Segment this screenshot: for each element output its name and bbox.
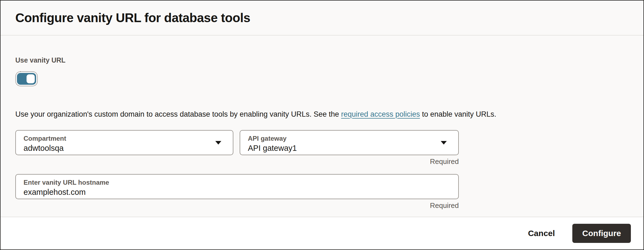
compartment-selected-value: adwtoolsqa — [24, 144, 225, 153]
required-access-policies-link[interactable]: required access policies — [341, 110, 420, 118]
panel-footer: Cancel Configure — [1, 217, 643, 249]
compartment-label: Compartment — [24, 135, 225, 142]
configure-button[interactable]: Configure — [572, 224, 631, 243]
compartment-gateway-row: Compartment adwtoolsqa API gateway API g… — [15, 130, 629, 166]
hostname-required-hint: Required — [15, 201, 459, 210]
vanity-url-description: Use your organization's custom domain to… — [15, 109, 629, 119]
cancel-button[interactable]: Cancel — [526, 226, 556, 241]
api-gateway-label: API gateway — [248, 135, 451, 142]
compartment-field-column: Compartment adwtoolsqa — [15, 130, 233, 155]
configure-vanity-url-panel: Configure vanity URL for database tools … — [0, 0, 644, 250]
caret-down-icon — [215, 141, 221, 145]
api-gateway-field-column: API gateway API gateway1 Required — [240, 130, 459, 166]
panel-body: Use vanity URL Use your organization's c… — [1, 36, 643, 217]
page-title: Configure vanity URL for database tools — [15, 10, 250, 25]
api-gateway-select[interactable]: API gateway API gateway1 — [240, 130, 459, 155]
hostname-field-column: Enter vanity URL hostname Required — [15, 174, 459, 210]
hostname-field-box[interactable]: Enter vanity URL hostname — [15, 174, 459, 199]
hostname-input[interactable] — [24, 188, 408, 197]
api-gateway-selected-value: API gateway1 — [248, 144, 451, 153]
hostname-label: Enter vanity URL hostname — [24, 179, 451, 186]
panel-header: Configure vanity URL for database tools — [1, 1, 643, 36]
use-vanity-url-label: Use vanity URL — [15, 56, 629, 64]
description-text-before: Use your organization's custom domain to… — [15, 110, 341, 118]
description-text-after: to enable vanity URLs. — [420, 110, 496, 118]
toggle-knob-icon — [27, 74, 35, 83]
toggle-track-icon — [17, 73, 36, 85]
api-gateway-required-hint: Required — [240, 157, 459, 166]
use-vanity-url-toggle[interactable] — [15, 71, 38, 86]
caret-down-icon — [441, 141, 447, 145]
compartment-select[interactable]: Compartment adwtoolsqa — [15, 130, 233, 155]
